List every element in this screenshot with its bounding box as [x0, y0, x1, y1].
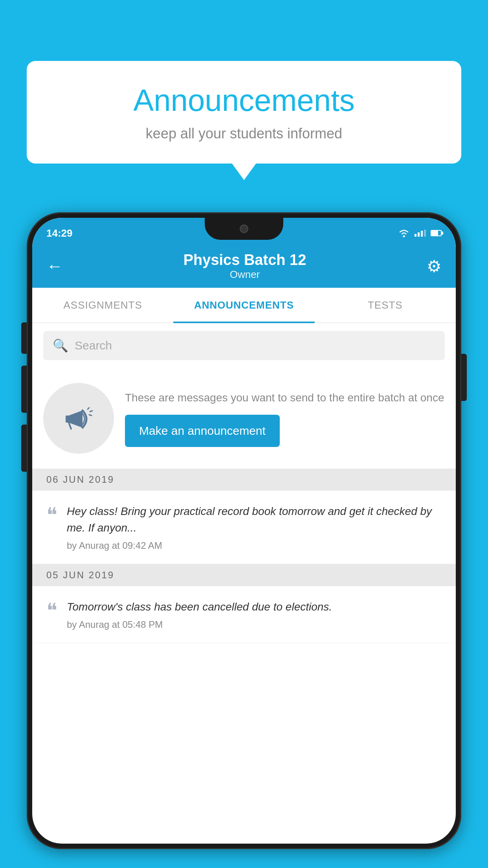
wifi-icon — [398, 229, 410, 237]
svg-line-5 — [89, 415, 92, 416]
screen-content: 14:29 — [32, 218, 456, 844]
quote-icon-2: ❝ — [46, 600, 57, 621]
battery-icon — [431, 230, 442, 236]
promo-icon-circle — [43, 383, 114, 454]
announcement-item-1[interactable]: ❝ Hey class! Bring your practical record… — [32, 491, 456, 564]
announcement-content-1: Hey class! Bring your practical record b… — [67, 503, 442, 551]
scrollable-content: 🔍 Search — [32, 323, 456, 844]
speech-bubble-container: Announcements keep all your students inf… — [27, 61, 461, 164]
date-separator-1: 06 JUN 2019 — [32, 469, 456, 491]
header-subtitle: Owner — [183, 268, 306, 281]
tab-tests[interactable]: TESTS — [315, 288, 456, 322]
header-title: Physics Batch 12 — [183, 252, 306, 268]
phone-container: 14:29 — [27, 212, 461, 849]
front-camera — [240, 224, 248, 233]
search-container: 🔍 Search — [32, 323, 456, 368]
power-button — [461, 354, 467, 401]
notch — [205, 218, 283, 240]
announcement-text-1: Hey class! Bring your practical record b… — [67, 503, 442, 536]
app-header: ← Physics Batch 12 Owner ⚙ — [32, 245, 456, 288]
svg-line-3 — [88, 408, 89, 409]
search-placeholder: Search — [75, 339, 112, 352]
announcement-text-2: Tomorrow's class has been cancelled due … — [67, 599, 442, 615]
svg-line-2 — [69, 423, 71, 429]
svg-rect-1 — [66, 416, 70, 423]
search-icon: 🔍 — [53, 338, 68, 353]
settings-icon[interactable]: ⚙ — [427, 257, 442, 276]
promo-right: These are messages you want to send to t… — [125, 390, 445, 447]
bubble-subtitle: keep all your students informed — [50, 125, 438, 142]
header-center: Physics Batch 12 Owner — [183, 252, 306, 281]
phone-screen: 14:29 — [32, 218, 456, 844]
silent-button — [21, 425, 27, 472]
speech-bubble: Announcements keep all your students inf… — [27, 61, 461, 164]
volume-down-button — [21, 366, 27, 413]
volume-up-button — [21, 322, 27, 354]
quote-icon-1: ❝ — [46, 505, 57, 525]
make-announcement-button[interactable]: Make an announcement — [125, 415, 280, 447]
announcement-meta-2: by Anurag at 05:48 PM — [67, 619, 442, 630]
announcement-content-2: Tomorrow's class has been cancelled due … — [67, 599, 442, 630]
date-separator-2: 05 JUN 2019 — [32, 564, 456, 586]
back-button[interactable]: ← — [46, 257, 63, 276]
svg-point-0 — [403, 235, 405, 237]
status-icons — [398, 229, 442, 237]
announcement-promo: These are messages you want to send to t… — [32, 369, 456, 468]
status-time: 14:29 — [46, 227, 73, 239]
tabs-bar: ASSIGNMENTS ANNOUNCEMENTS TESTS — [32, 288, 456, 323]
megaphone-icon — [61, 401, 96, 436]
promo-text: These are messages you want to send to t… — [125, 390, 445, 406]
tab-announcements[interactable]: ANNOUNCEMENTS — [173, 288, 314, 322]
signal-icon — [415, 230, 426, 237]
search-box[interactable]: 🔍 Search — [43, 331, 445, 360]
announcement-item-2[interactable]: ❝ Tomorrow's class has been cancelled du… — [32, 586, 456, 643]
phone-outer: 14:29 — [27, 212, 461, 849]
svg-line-4 — [90, 411, 92, 412]
bubble-title: Announcements — [50, 83, 438, 118]
announcement-meta-1: by Anurag at 09:42 AM — [67, 540, 442, 551]
tab-assignments[interactable]: ASSIGNMENTS — [32, 288, 173, 322]
